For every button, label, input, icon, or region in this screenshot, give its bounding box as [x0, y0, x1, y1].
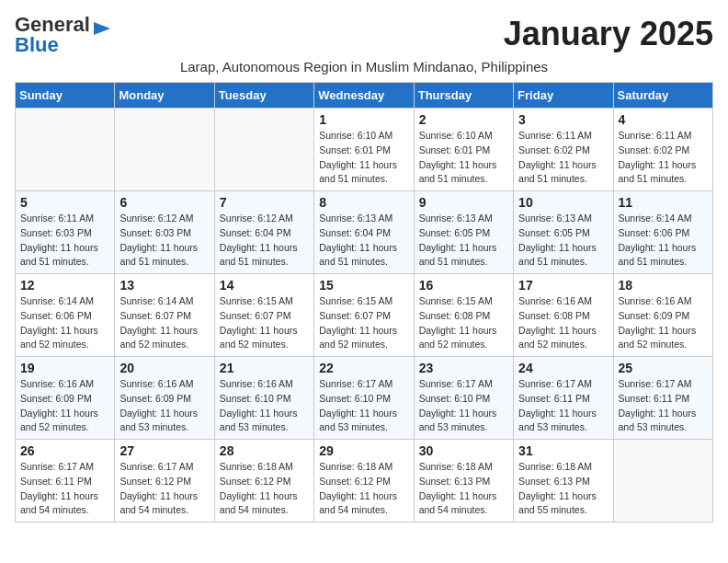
day-cell: 1Sunrise: 6:10 AMSunset: 6:01 PMDaylight…: [314, 109, 414, 191]
day-cell: 18Sunrise: 6:16 AMSunset: 6:09 PMDayligh…: [613, 274, 712, 357]
col-header-saturday: Saturday: [613, 83, 712, 109]
day-cell: 10Sunrise: 6:13 AMSunset: 6:05 PMDayligh…: [514, 191, 613, 274]
day-info: Sunrise: 6:12 AMSunset: 6:03 PMDaylight:…: [119, 212, 209, 270]
logo-icon: [94, 18, 114, 39]
day-number: 24: [518, 361, 608, 375]
day-number: 26: [20, 443, 109, 458]
calendar-table: SundayMondayTuesdayWednesdayThursdayFrid…: [15, 82, 713, 523]
day-number: 31: [518, 443, 608, 458]
day-number: 25: [619, 361, 708, 375]
day-cell: 5Sunrise: 6:11 AMSunset: 6:03 PMDaylight…: [16, 191, 115, 274]
day-cell: 8Sunrise: 6:13 AMSunset: 6:04 PMDaylight…: [314, 191, 414, 274]
day-number: 4: [619, 112, 708, 127]
day-number: 5: [20, 195, 109, 210]
day-cell: 22Sunrise: 6:17 AMSunset: 6:10 PMDayligh…: [314, 357, 414, 440]
day-info: Sunrise: 6:16 AMSunset: 6:08 PMDaylight:…: [518, 294, 608, 352]
day-cell: 14Sunrise: 6:15 AMSunset: 6:07 PMDayligh…: [214, 274, 313, 357]
day-info: Sunrise: 6:16 AMSunset: 6:09 PMDaylight:…: [20, 377, 109, 435]
day-info: Sunrise: 6:17 AMSunset: 6:12 PMDaylight:…: [119, 460, 209, 518]
day-number: 2: [419, 112, 508, 127]
day-info: Sunrise: 6:17 AMSunset: 6:11 PMDaylight:…: [518, 377, 608, 435]
day-number: 16: [419, 278, 508, 293]
page-header: General Blue January 2025: [15, 15, 713, 55]
day-info: Sunrise: 6:13 AMSunset: 6:05 PMDaylight:…: [518, 212, 608, 270]
month-title: January 2025: [504, 15, 713, 53]
col-header-thursday: Thursday: [414, 83, 513, 109]
day-cell: 31Sunrise: 6:18 AMSunset: 6:13 PMDayligh…: [514, 440, 613, 523]
day-cell: 24Sunrise: 6:17 AMSunset: 6:11 PMDayligh…: [514, 357, 613, 440]
day-number: 18: [619, 278, 708, 293]
day-info: Sunrise: 6:17 AMSunset: 6:10 PMDaylight:…: [419, 377, 508, 435]
day-info: Sunrise: 6:13 AMSunset: 6:05 PMDaylight:…: [419, 212, 508, 270]
day-number: 10: [518, 195, 608, 210]
day-number: 21: [220, 361, 309, 375]
day-info: Sunrise: 6:16 AMSunset: 6:09 PMDaylight:…: [619, 294, 708, 352]
logo: General Blue: [15, 15, 114, 55]
day-info: Sunrise: 6:15 AMSunset: 6:07 PMDaylight:…: [220, 294, 309, 352]
col-header-sunday: Sunday: [16, 83, 115, 109]
header-row: SundayMondayTuesdayWednesdayThursdayFrid…: [16, 83, 713, 109]
day-number: 7: [220, 195, 309, 210]
day-cell: 11Sunrise: 6:14 AMSunset: 6:06 PMDayligh…: [613, 191, 712, 274]
day-number: 6: [119, 195, 209, 210]
day-info: Sunrise: 6:13 AMSunset: 6:04 PMDaylight:…: [319, 212, 408, 270]
svg-marker-0: [94, 22, 110, 35]
col-header-friday: Friday: [514, 83, 613, 109]
day-number: 22: [319, 361, 408, 375]
day-cell: 27Sunrise: 6:17 AMSunset: 6:12 PMDayligh…: [115, 440, 214, 523]
day-info: Sunrise: 6:17 AMSunset: 6:11 PMDaylight:…: [20, 460, 109, 518]
day-number: 12: [20, 278, 109, 293]
week-row-4: 19Sunrise: 6:16 AMSunset: 6:09 PMDayligh…: [16, 357, 713, 440]
day-number: 29: [319, 443, 408, 458]
day-cell: [613, 440, 712, 523]
day-info: Sunrise: 6:15 AMSunset: 6:08 PMDaylight:…: [419, 294, 508, 352]
day-info: Sunrise: 6:12 AMSunset: 6:04 PMDaylight:…: [220, 212, 309, 270]
day-info: Sunrise: 6:14 AMSunset: 6:06 PMDaylight:…: [619, 212, 708, 270]
day-cell: 7Sunrise: 6:12 AMSunset: 6:04 PMDaylight…: [214, 191, 313, 274]
day-info: Sunrise: 6:11 AMSunset: 6:02 PMDaylight:…: [619, 129, 708, 187]
day-cell: 28Sunrise: 6:18 AMSunset: 6:12 PMDayligh…: [214, 440, 313, 523]
day-cell: 29Sunrise: 6:18 AMSunset: 6:12 PMDayligh…: [314, 440, 414, 523]
day-number: 9: [419, 195, 508, 210]
day-info: Sunrise: 6:11 AMSunset: 6:03 PMDaylight:…: [20, 212, 109, 270]
day-cell: [115, 109, 214, 191]
day-info: Sunrise: 6:15 AMSunset: 6:07 PMDaylight:…: [319, 294, 408, 352]
day-number: 30: [419, 443, 508, 458]
day-cell: 23Sunrise: 6:17 AMSunset: 6:10 PMDayligh…: [414, 357, 513, 440]
day-cell: 20Sunrise: 6:16 AMSunset: 6:09 PMDayligh…: [115, 357, 214, 440]
day-number: 14: [220, 278, 309, 293]
day-number: 23: [419, 361, 508, 375]
week-row-3: 12Sunrise: 6:14 AMSunset: 6:06 PMDayligh…: [16, 274, 713, 357]
day-cell: 17Sunrise: 6:16 AMSunset: 6:08 PMDayligh…: [514, 274, 613, 357]
day-number: 3: [518, 112, 608, 127]
col-header-tuesday: Tuesday: [214, 83, 313, 109]
day-number: 11: [619, 195, 708, 210]
day-info: Sunrise: 6:18 AMSunset: 6:12 PMDaylight:…: [319, 460, 408, 518]
day-number: 20: [119, 361, 209, 375]
day-info: Sunrise: 6:10 AMSunset: 6:01 PMDaylight:…: [319, 129, 408, 187]
day-cell: 2Sunrise: 6:10 AMSunset: 6:01 PMDaylight…: [414, 109, 513, 191]
week-row-2: 5Sunrise: 6:11 AMSunset: 6:03 PMDaylight…: [16, 191, 713, 274]
day-cell: 30Sunrise: 6:18 AMSunset: 6:13 PMDayligh…: [414, 440, 513, 523]
day-number: 8: [319, 195, 408, 210]
logo-text: General Blue: [15, 15, 90, 55]
day-number: 19: [20, 361, 109, 375]
day-info: Sunrise: 6:14 AMSunset: 6:07 PMDaylight:…: [119, 294, 209, 352]
week-row-1: 1Sunrise: 6:10 AMSunset: 6:01 PMDaylight…: [16, 109, 713, 191]
day-info: Sunrise: 6:14 AMSunset: 6:06 PMDaylight:…: [20, 294, 109, 352]
day-cell: 15Sunrise: 6:15 AMSunset: 6:07 PMDayligh…: [314, 274, 414, 357]
day-cell: [214, 109, 313, 191]
day-cell: 3Sunrise: 6:11 AMSunset: 6:02 PMDaylight…: [514, 109, 613, 191]
day-info: Sunrise: 6:16 AMSunset: 6:09 PMDaylight:…: [119, 377, 209, 435]
day-cell: 12Sunrise: 6:14 AMSunset: 6:06 PMDayligh…: [16, 274, 115, 357]
day-number: 28: [220, 443, 309, 458]
day-cell: 16Sunrise: 6:15 AMSunset: 6:08 PMDayligh…: [414, 274, 513, 357]
day-cell: 4Sunrise: 6:11 AMSunset: 6:02 PMDaylight…: [613, 109, 712, 191]
day-cell: 21Sunrise: 6:16 AMSunset: 6:10 PMDayligh…: [214, 357, 313, 440]
day-info: Sunrise: 6:18 AMSunset: 6:12 PMDaylight:…: [220, 460, 309, 518]
day-cell: 19Sunrise: 6:16 AMSunset: 6:09 PMDayligh…: [16, 357, 115, 440]
day-info: Sunrise: 6:10 AMSunset: 6:01 PMDaylight:…: [419, 129, 508, 187]
day-cell: 26Sunrise: 6:17 AMSunset: 6:11 PMDayligh…: [16, 440, 115, 523]
logo-blue: Blue: [15, 33, 59, 56]
day-cell: 9Sunrise: 6:13 AMSunset: 6:05 PMDaylight…: [414, 191, 513, 274]
